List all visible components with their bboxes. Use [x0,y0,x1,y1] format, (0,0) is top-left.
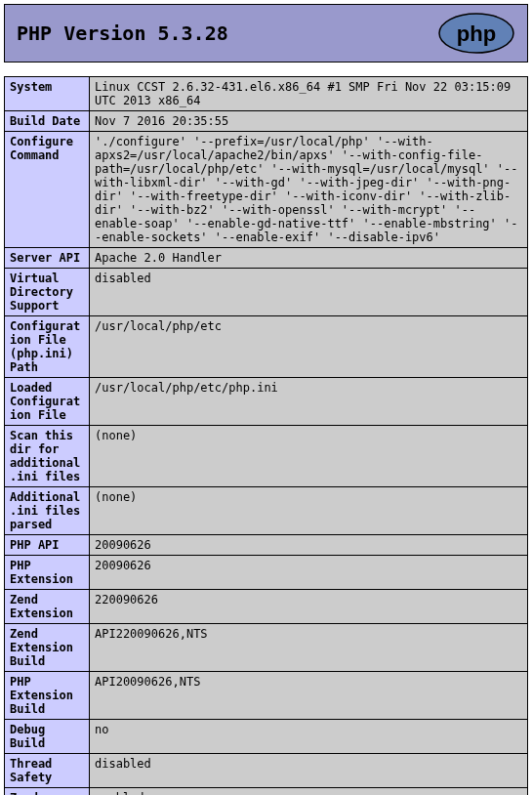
table-row: Configuration File (php.ini) Path/usr/lo… [5,316,528,378]
row-label: Zend Extension Build [5,624,90,672]
table-row: Zend Extension220090626 [5,590,528,624]
row-value: 20090626 [90,535,528,556]
row-label: Virtual Directory Support [5,269,90,316]
row-label: Additional .ini files parsed [5,487,90,535]
table-row: PHP Extension20090626 [5,556,528,590]
page-title: PHP Version 5.3.28 [17,21,228,45]
table-row: Virtual Directory Supportdisabled [5,269,528,316]
row-value: (none) [90,487,528,535]
table-row: Zend Extension BuildAPI220090626,NTS [5,624,528,672]
row-value: /usr/local/php/etc/php.ini [90,378,528,426]
row-value: API20090626,NTS [90,672,528,720]
row-label: PHP Extension [5,556,90,590]
table-row: Zend Memory Managerenabled [5,788,528,796]
table-row: SystemLinux CCST 2.6.32-431.el6.x86_64 #… [5,77,528,111]
row-label: Server API [5,248,90,269]
table-row: Configure Command'./configure' '--prefix… [5,132,528,248]
row-label: Configure Command [5,132,90,248]
phpinfo-header: PHP Version 5.3.28 php [4,4,528,63]
row-value: Nov 7 2016 20:35:55 [90,111,528,132]
svg-text:php: php [457,21,496,46]
row-label: Scan this dir for additional .ini files [5,426,90,487]
row-value: no [90,720,528,754]
row-value: './configure' '--prefix=/usr/local/php' … [90,132,528,248]
row-value: 20090626 [90,556,528,590]
row-label: Debug Build [5,720,90,754]
row-label: System [5,77,90,111]
row-label: Loaded Configuration File [5,378,90,426]
table-row: Debug Buildno [5,720,528,754]
table-row: Loaded Configuration File/usr/local/php/… [5,378,528,426]
row-label: Zend Memory Manager [5,788,90,796]
table-row: Additional .ini files parsed(none) [5,487,528,535]
table-row: PHP API20090626 [5,535,528,556]
row-label: Zend Extension [5,590,90,624]
row-label: Thread Safety [5,754,90,788]
row-value: enabled [90,788,528,796]
row-value: Linux CCST 2.6.32-431.el6.x86_64 #1 SMP … [90,77,528,111]
phpinfo-table: SystemLinux CCST 2.6.32-431.el6.x86_64 #… [4,76,528,795]
table-row: Build DateNov 7 2016 20:35:55 [5,111,528,132]
row-value: 220090626 [90,590,528,624]
table-row: Server APIApache 2.0 Handler [5,248,528,269]
row-label: PHP API [5,535,90,556]
row-value: disabled [90,754,528,788]
row-label: PHP Extension Build [5,672,90,720]
php-logo-icon: php [437,13,515,54]
row-label: Configuration File (php.ini) Path [5,316,90,378]
table-row: Scan this dir for additional .ini files(… [5,426,528,487]
row-value: API220090626,NTS [90,624,528,672]
table-row: Thread Safetydisabled [5,754,528,788]
row-value: disabled [90,269,528,316]
row-label: Build Date [5,111,90,132]
row-value: (none) [90,426,528,487]
table-row: PHP Extension BuildAPI20090626,NTS [5,672,528,720]
row-value: Apache 2.0 Handler [90,248,528,269]
row-value: /usr/local/php/etc [90,316,528,378]
